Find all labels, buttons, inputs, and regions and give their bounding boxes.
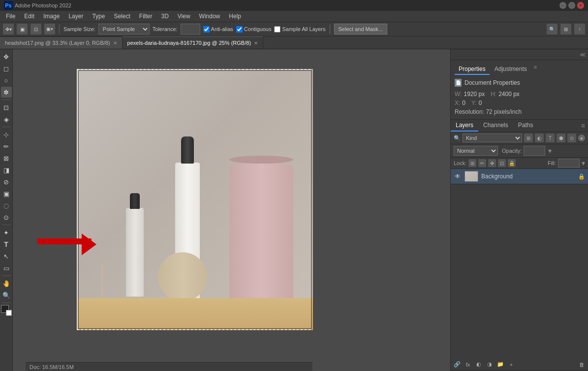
menu-help[interactable]: Help — [225, 12, 245, 21]
new-layer-btn[interactable]: + — [507, 360, 516, 369]
fill-adjustment-btn[interactable]: ◑ — [485, 360, 494, 369]
foreground-color[interactable] — [1, 305, 12, 316]
fill-chevron[interactable]: ▾ — [582, 159, 585, 167]
menu-type[interactable]: Type — [88, 12, 109, 21]
layer-row-background[interactable]: 👁 Background 🔒 — [451, 169, 588, 184]
eyedropper-tool[interactable]: ◈ — [1, 114, 12, 125]
document-tabs: headshot17.png @ 33.3% (Layer 0, RGB/8) … — [0, 36, 588, 49]
layers-bottom-toolbar: 🔗 fx ◐ ◑ 📁 + 🗑 — [451, 358, 588, 371]
toggle-filter-btn[interactable]: ● — [578, 135, 585, 141]
tool-preset-picker[interactable]: ✥▾ — [3, 24, 14, 34]
sample-all-layers-checkbox[interactable]: Sample All Layers — [274, 26, 325, 33]
tolerance-input[interactable]: 32 — [181, 24, 200, 34]
panel-tabs: Properties Adjustments ≡ — [455, 64, 584, 75]
tab-headshot[interactable]: headshot17.png @ 33.3% (Layer 0, RGB/8) … — [0, 36, 123, 49]
bottle-small-cap — [130, 193, 140, 209]
shape-tool[interactable]: ▭ — [1, 263, 12, 273]
sample-size-select[interactable]: Point Sample 3 by 3 Average 5 by 5 Avera… — [98, 24, 150, 34]
delete-layer-btn[interactable]: 🗑 — [577, 360, 586, 369]
close-tab-pexels[interactable]: ✕ — [254, 40, 258, 46]
search-icon[interactable]: 🔍 — [547, 24, 557, 34]
lock-transparent-btn[interactable]: ⊞ — [468, 159, 476, 167]
tab-paths[interactable]: Paths — [513, 120, 538, 132]
pen-tool[interactable]: ✦ — [1, 227, 12, 238]
select-and-mask-button[interactable]: Select and Mask... — [334, 24, 388, 34]
doc-title-label: Document Properties — [464, 79, 520, 86]
layer-style-btn[interactable]: fx — [464, 360, 472, 369]
filter-kind-select[interactable]: Kind Name Effect Mode — [463, 134, 522, 142]
type-tool[interactable]: T — [1, 239, 12, 250]
window-controls[interactable]: ─ □ ✕ — [559, 2, 584, 9]
shape-filter-btn[interactable]: ⬟ — [557, 134, 565, 142]
layer-mask-btn[interactable]: ◐ — [474, 360, 483, 369]
type-filter-btn[interactable]: T — [546, 134, 555, 142]
share-icon[interactable]: ↑ — [574, 24, 585, 34]
menu-file[interactable]: File — [2, 12, 19, 21]
cylinder-pink — [229, 163, 293, 301]
close-button[interactable]: ✕ — [577, 2, 584, 9]
menu-view[interactable]: View — [174, 12, 194, 21]
blur-tool[interactable]: ◌ — [1, 200, 12, 211]
lock-all-btn[interactable]: 🔒 — [508, 159, 516, 167]
close-tab-headshot[interactable]: ✕ — [113, 40, 117, 46]
panel-menu-icon[interactable]: ≡ — [534, 64, 537, 75]
menu-window[interactable]: Window — [195, 12, 224, 21]
dodge-tool[interactable]: ⊙ — [1, 212, 12, 223]
stamp-tool[interactable]: ⊠ — [1, 153, 12, 164]
history-brush-tool[interactable]: ◨ — [1, 165, 12, 175]
anti-alias-checkbox[interactable]: Anti-alias — [203, 26, 233, 33]
lasso-tool[interactable]: ○ — [1, 75, 12, 86]
zoom-tool[interactable]: 🔍 — [1, 290, 12, 301]
collapse-icon[interactable]: ≪ — [580, 51, 586, 58]
group-layers-btn[interactable]: 📁 — [496, 360, 505, 369]
menu-edit[interactable]: Edit — [20, 12, 38, 21]
lock-artboard-btn[interactable]: ⊡ — [498, 159, 506, 167]
smartobj-filter-btn[interactable]: ⊙ — [567, 134, 576, 142]
tab-channels[interactable]: Channels — [478, 120, 513, 132]
tab-adjustments[interactable]: Adjustments — [491, 64, 531, 75]
opacity-chevron[interactable]: ▾ — [548, 147, 552, 155]
layers-tabs: Layers Channels Paths ≡ — [451, 120, 588, 132]
dimensions-row: W: 1920 px H: 2400 px — [455, 91, 584, 98]
magic-wand-tool[interactable]: ✲ — [1, 87, 12, 98]
tab-layers[interactable]: Layers — [451, 120, 478, 132]
position-row: X: 0 Y: 0 — [455, 100, 584, 106]
marquee-tool[interactable]: ◻ — [1, 63, 12, 74]
path-selection-tool[interactable]: ↖ — [1, 251, 12, 262]
tab-properties[interactable]: Properties — [455, 64, 490, 75]
menu-filter[interactable]: Filter — [135, 12, 156, 21]
canvas-area[interactable]: Doc: 16.5M/16.5M — [13, 49, 450, 371]
pixel-filter-btn[interactable]: ⊞ — [524, 134, 533, 142]
opacity-input[interactable]: 100% — [524, 146, 545, 156]
brush-tool[interactable]: ✏ — [1, 141, 12, 152]
menu-3d[interactable]: 3D — [157, 12, 172, 21]
app-logo: Ps — [4, 1, 13, 10]
menu-image[interactable]: Image — [39, 12, 63, 21]
crop-tool[interactable]: ⊡ — [1, 102, 12, 113]
minimize-button[interactable]: ─ — [559, 2, 566, 9]
hand-tool[interactable]: 🤚 — [1, 278, 12, 289]
eraser-tool[interactable]: ⊘ — [1, 176, 12, 187]
layers-lock-row: Lock: ⊞ ✏ ✥ ⊡ 🔒 Fill: 100% ▾ — [451, 158, 588, 169]
blend-mode-select[interactable]: Normal Dissolve Multiply Screen Overlay — [454, 146, 498, 156]
gradient-tool[interactable]: ▣ — [1, 188, 12, 199]
maximize-button[interactable]: □ — [568, 2, 575, 9]
layer-visibility-toggle[interactable]: 👁 — [454, 172, 462, 180]
layer-lock-icon: 🔒 — [578, 173, 585, 180]
link-layers-btn[interactable]: 🔗 — [453, 360, 462, 369]
menu-layer[interactable]: Layer — [64, 12, 87, 21]
tolerance-rect-icon: ▣ — [17, 24, 28, 34]
layers-panel-menu-icon[interactable]: ≡ — [578, 122, 588, 130]
tab-pexels[interactable]: pexels-daria-liudnaya-8167170.jpg @ 25% … — [123, 36, 263, 49]
menu-select[interactable]: Select — [110, 12, 134, 21]
contiguous-checkbox[interactable]: Contiguous — [236, 26, 272, 33]
adjustment-filter-btn[interactable]: ◐ — [535, 134, 544, 142]
fill-input[interactable]: 100% — [558, 159, 580, 168]
view-options-icon[interactable]: ⊞ — [560, 24, 571, 34]
healing-tool[interactable]: ⊹ — [1, 129, 12, 140]
toolbar-sep1 — [59, 24, 60, 34]
lock-position-btn[interactable]: ✥ — [488, 159, 496, 167]
move-tool[interactable]: ✥ — [1, 51, 12, 62]
cylinder-top — [229, 156, 293, 164]
lock-image-btn[interactable]: ✏ — [478, 159, 486, 167]
